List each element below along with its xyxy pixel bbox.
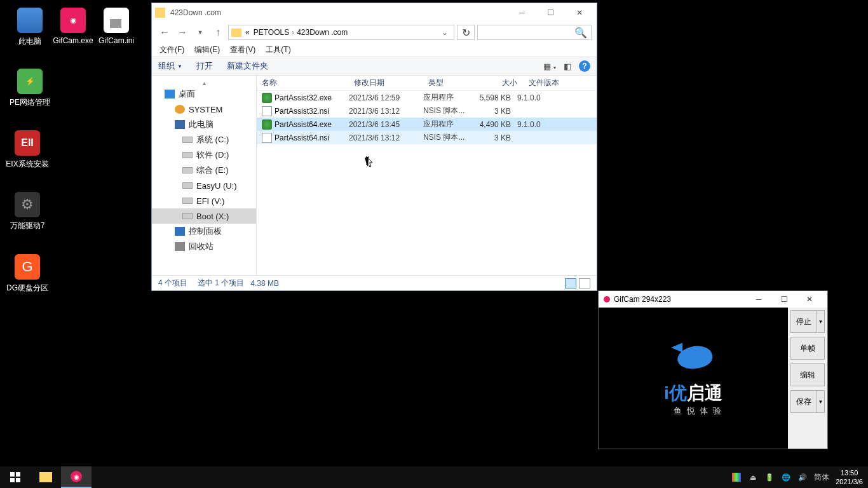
taskbar: ◉ ⏏ 🔋 🌐 🔊 简体 13:50 2021/3/6: [0, 466, 868, 488]
desktop-icon-gifcam-exe[interactable]: ◉GifCam.exe: [51, 8, 95, 45]
menu-view[interactable]: 查看(V): [227, 43, 258, 57]
desktop-icon-pe-network[interactable]: ⚡PE网络管理: [8, 69, 52, 108]
desktop-icon-eix-install[interactable]: EIIEIX系统安装: [5, 130, 50, 170]
nav-drive-u[interactable]: EasyU (U:): [152, 178, 256, 193]
titlebar[interactable]: 423Down .com ─ ☐ ✕: [152, 3, 597, 22]
col-name[interactable]: 名称: [257, 78, 349, 88]
menu-edit[interactable]: 编辑(E): [192, 43, 222, 57]
nav-recycle-bin[interactable]: 回收站: [152, 239, 256, 254]
battery-icon[interactable]: 🔋: [764, 472, 775, 482]
nav-row: ← → ▼ ↑ « PETOOLS › 423Down .com ⌄ ↻ 🔍: [152, 22, 597, 43]
minimize-button[interactable]: ─: [508, 4, 536, 22]
save-button[interactable]: 保存▼: [790, 390, 825, 413]
edit-button[interactable]: 编辑: [790, 363, 825, 386]
desktop-icon: [165, 90, 175, 98]
up-button[interactable]: ↑: [210, 25, 226, 40]
maximize-button[interactable]: ☐: [771, 292, 797, 307]
frame-button[interactable]: 单帧: [790, 337, 825, 360]
col-version[interactable]: 文件版本: [524, 78, 568, 88]
gifcam-titlebar[interactable]: GifCam 294x223 ─ ☐ ✕: [599, 291, 827, 308]
help-button[interactable]: ?: [579, 60, 590, 72]
file-type: 应用程序: [423, 119, 477, 130]
nav-desktop[interactable]: 桌面: [152, 86, 256, 102]
nav-drive-x[interactable]: Boot (X:): [152, 208, 256, 224]
minimize-button[interactable]: ─: [746, 292, 771, 307]
maximize-button[interactable]: ☐: [536, 4, 565, 22]
drive-icon: [182, 152, 193, 158]
close-button[interactable]: ✕: [797, 292, 822, 307]
icon-label: DG硬盘分区: [6, 283, 48, 292]
preview-pane-button[interactable]: ◧: [564, 62, 571, 71]
nav-drive-e[interactable]: 综合 (E:): [152, 163, 256, 178]
desktop-icon-this-pc[interactable]: 此电脑: [8, 8, 52, 47]
nav-this-pc[interactable]: 此电脑: [152, 117, 256, 132]
nav-drive-v[interactable]: EFI (V:): [152, 193, 256, 208]
search-input[interactable]: 🔍: [477, 25, 592, 40]
taskbar-gifcam[interactable]: ◉: [61, 466, 92, 488]
chevron-down-icon[interactable]: ▼: [817, 391, 824, 412]
open-button[interactable]: 打开: [196, 60, 213, 72]
file-name: PartAssist32.exe: [275, 93, 349, 102]
desktop-icon-driver[interactable]: ⚙万能驱动7: [5, 192, 50, 231]
file-row[interactable]: PartAssist32.nsi 2021/3/6 13:12 NSIS 脚本.…: [257, 104, 597, 118]
icon-label: 此电脑: [18, 37, 41, 46]
gear-icon: ⚙: [15, 192, 40, 217]
breadcrumb-item[interactable]: PETOOLS: [254, 28, 289, 37]
col-date[interactable]: 修改日期: [349, 78, 423, 88]
chevron-right-icon: ›: [292, 28, 294, 37]
refresh-button[interactable]: ↻: [457, 25, 475, 40]
svg-rect-1: [16, 472, 20, 477]
icon-label: GifCam.exe: [53, 36, 93, 45]
nav-drive-c[interactable]: 系统 (C:): [152, 132, 256, 147]
large-icons-view-button[interactable]: [579, 278, 590, 288]
file-icon: [262, 119, 272, 130]
back-button[interactable]: ←: [157, 25, 172, 40]
chevron-up-icon[interactable]: ▴: [152, 79, 256, 86]
view-options-button[interactable]: ▦ ▾: [543, 62, 556, 71]
svg-rect-2: [10, 478, 15, 482]
nav-control-panel[interactable]: 控制面板: [152, 224, 256, 239]
capture-area[interactable]: i优启通 鱼 悦 体 验: [599, 308, 788, 449]
file-row[interactable]: PartAssist32.exe 2021/3/6 12:59 应用程序 5,5…: [257, 91, 597, 104]
tray-app-icon[interactable]: [731, 472, 742, 482]
recycle-bin-icon: [175, 242, 185, 251]
menu-file[interactable]: 文件(F): [157, 43, 187, 57]
address-bar[interactable]: « PETOOLS › 423Down .com ⌄: [228, 25, 454, 40]
language-indicator[interactable]: 简体: [814, 472, 829, 482]
clock[interactable]: 13:50 2021/3/6: [836, 468, 863, 486]
nav-drive-d[interactable]: 软件 (D:): [152, 147, 256, 163]
drive-icon: [182, 137, 193, 143]
file-row[interactable]: PartAssist64.exe 2021/3/6 13:45 应用程序 4,4…: [257, 118, 597, 131]
close-button[interactable]: ✕: [565, 4, 593, 22]
desktop-icon-dg-disk[interactable]: GDG硬盘分区: [5, 254, 50, 294]
file-row[interactable]: PartAssist64.nsi 2021/3/6 13:12 NSIS 脚本.…: [257, 131, 597, 144]
menu-tools[interactable]: 工具(T): [263, 43, 293, 57]
eject-icon[interactable]: ⏏: [748, 472, 758, 482]
folder-icon: [231, 29, 241, 37]
col-size[interactable]: 大小: [477, 78, 524, 88]
file-date: 2021/3/6 12:59: [349, 93, 423, 102]
chevron-down-icon[interactable]: ⌄: [438, 28, 451, 37]
file-date: 2021/3/6 13:12: [349, 107, 423, 116]
desktop-icon-gifcam-ini[interactable]: GifCam.ini: [94, 8, 139, 45]
volume-icon[interactable]: 🔊: [797, 472, 808, 482]
details-view-button[interactable]: [565, 278, 576, 288]
taskbar-explorer[interactable]: [31, 466, 61, 488]
stop-button[interactable]: 停止▼: [790, 310, 825, 333]
col-type[interactable]: 类型: [423, 78, 477, 88]
organize-button[interactable]: 组织 ▼: [158, 60, 182, 72]
breadcrumb-item[interactable]: 423Down .com: [297, 28, 348, 37]
recent-dropdown[interactable]: ▼: [193, 25, 208, 40]
pc-icon: [175, 120, 185, 129]
folder-icon: [39, 472, 52, 482]
new-folder-button[interactable]: 新建文件夹: [227, 60, 268, 72]
network-icon[interactable]: 🌐: [781, 472, 791, 482]
file-name: PartAssist64.exe: [275, 120, 349, 129]
forward-button[interactable]: →: [175, 25, 190, 40]
start-button[interactable]: [0, 466, 31, 488]
nav-user[interactable]: SYSTEM: [152, 102, 256, 117]
ini-icon: [104, 8, 129, 33]
eix-icon: EII: [15, 130, 40, 156]
chevron-down-icon[interactable]: ▼: [817, 311, 824, 332]
network-icon: ⚡: [17, 69, 43, 94]
